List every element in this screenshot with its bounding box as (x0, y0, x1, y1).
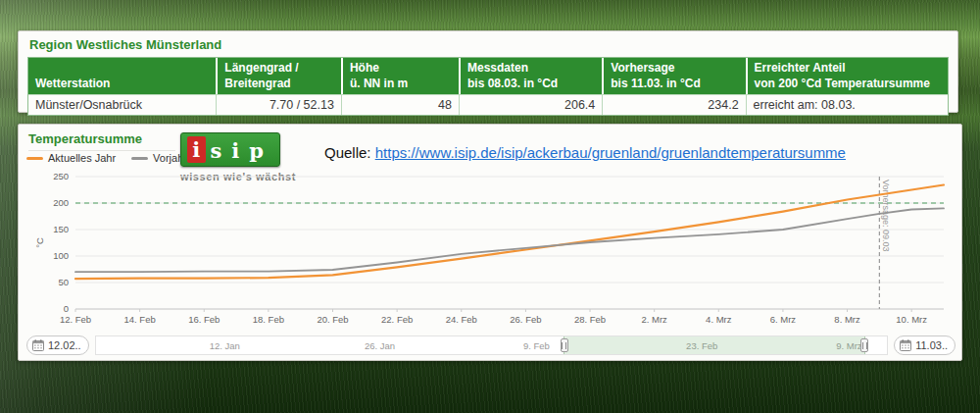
isip-logo-i: i (187, 136, 206, 163)
range-navigator-row: 12.02.. 12. Jan 26. Jan 9. Feb 23. Feb 9… (26, 333, 956, 358)
navigator-tick: 12. Jan (210, 340, 240, 351)
cell-messdaten: 206.4 (459, 94, 602, 115)
col-erreichter-anteil: Erreichter Anteilvon 200 °Cd Temperaturs… (746, 58, 948, 94)
isip-logo-box: i sip (180, 132, 280, 167)
svg-text:16. Feb: 16. Feb (188, 314, 220, 325)
svg-text:6. Mrz: 6. Mrz (770, 314, 797, 325)
current-year-line-swatch (26, 157, 43, 160)
navigator-track[interactable]: 12. Jan 26. Jan 9. Feb 23. Feb 9. Mrz (95, 336, 889, 355)
col-messdaten: Messdatenbis 08.03. in °Cd (459, 58, 602, 94)
navigator-tick: 9. Feb (523, 340, 550, 351)
calendar-icon (32, 339, 44, 351)
col-hoehe: Höheü. NN in m (341, 58, 459, 94)
svg-text:0: 0 (64, 303, 69, 314)
svg-text:150: 150 (53, 224, 69, 234)
navigator-selected-range[interactable] (564, 336, 865, 354)
col-laengengrad-breitengrad: Längengrad /Breitengrad (216, 58, 341, 94)
chart-legend: Aktuelles Jahr Vorjahr (26, 152, 187, 164)
cell-koordinaten: 7.70 / 52.13 (216, 94, 341, 115)
svg-text:4. Mrz: 4. Mrz (706, 314, 732, 325)
source-link[interactable]: https://www.isip.de/isip/ackerbau/gruenl… (375, 144, 846, 161)
region-title: Region Westliches Münsterland (29, 37, 949, 52)
source-line: Quelle: https://www.isip.de/isip/ackerba… (324, 144, 846, 161)
svg-text:22. Feb: 22. Feb (381, 314, 413, 325)
svg-text:18. Feb: 18. Feb (253, 314, 284, 325)
cell-wetterstation: Münster/Osnabrück (28, 94, 216, 115)
svg-text:100: 100 (53, 250, 69, 261)
svg-text:10. Mrz: 10. Mrz (896, 314, 927, 325)
svg-text:°C: °C (34, 237, 45, 248)
svg-text:14. Feb: 14. Feb (124, 314, 156, 325)
col-wetterstation: Wetterstation (28, 58, 216, 94)
calendar-icon (900, 339, 911, 351)
svg-text:26. Feb: 26. Feb (510, 314, 541, 325)
legend-item-aktuelles-jahr[interactable]: Aktuelles Jahr (26, 152, 116, 164)
svg-text:12. Feb: 12. Feb (60, 314, 91, 325)
svg-text:8. Mrz: 8. Mrz (834, 314, 860, 325)
svg-text:28. Feb: 28. Feb (574, 314, 606, 325)
table-row: Münster/Osnabrück 7.70 / 52.13 48 206.4 … (28, 94, 948, 115)
navigator-right-handle[interactable] (860, 338, 868, 352)
isip-logo-letters: sip (211, 136, 273, 163)
cell-hoehe: 48 (341, 94, 459, 115)
svg-text:Vorhersage: 09.03: Vorhersage: 09.03 (881, 180, 891, 252)
svg-text:250: 250 (53, 171, 69, 181)
svg-text:24. Feb: 24. Feb (446, 314, 477, 325)
weather-table: Wetterstation Längengrad /Breitengrad Hö… (27, 57, 949, 116)
cell-vorhersage: 234.2 (602, 94, 745, 115)
svg-text:20. Feb: 20. Feb (317, 314, 348, 325)
source-label: Quelle: (324, 144, 371, 161)
temperature-chart-card: Temperatursumme Aktuelles Jahr Vorjahr i… (18, 124, 962, 361)
range-end-date-input[interactable]: 11.03.. (894, 336, 956, 355)
temperature-sum-chart: 050100150200250°C12. Feb14. Feb16. Feb18… (26, 170, 956, 331)
weather-table-card: Region Westliches Münsterland Wetterstat… (18, 30, 958, 113)
svg-text:50: 50 (58, 277, 69, 287)
chart-title: Temperatursumme (28, 131, 175, 151)
table-header-row: Wetterstation Längengrad /Breitengrad Hö… (28, 58, 948, 94)
navigator-tick: 26. Jan (365, 340, 395, 351)
svg-text:200: 200 (53, 197, 69, 208)
col-vorhersage: Vorhersagebis 11.03. in °Cd (602, 58, 745, 94)
svg-text:2. Mrz: 2. Mrz (641, 314, 667, 325)
range-start-date-input[interactable]: 12.02.. (26, 336, 89, 355)
legend-item-vorjahr[interactable]: Vorjahr (131, 152, 187, 164)
cell-erreichter-anteil: erreicht am: 08.03. (746, 94, 948, 115)
previous-year-line-swatch (131, 157, 148, 160)
navigator-left-handle[interactable] (561, 338, 568, 352)
